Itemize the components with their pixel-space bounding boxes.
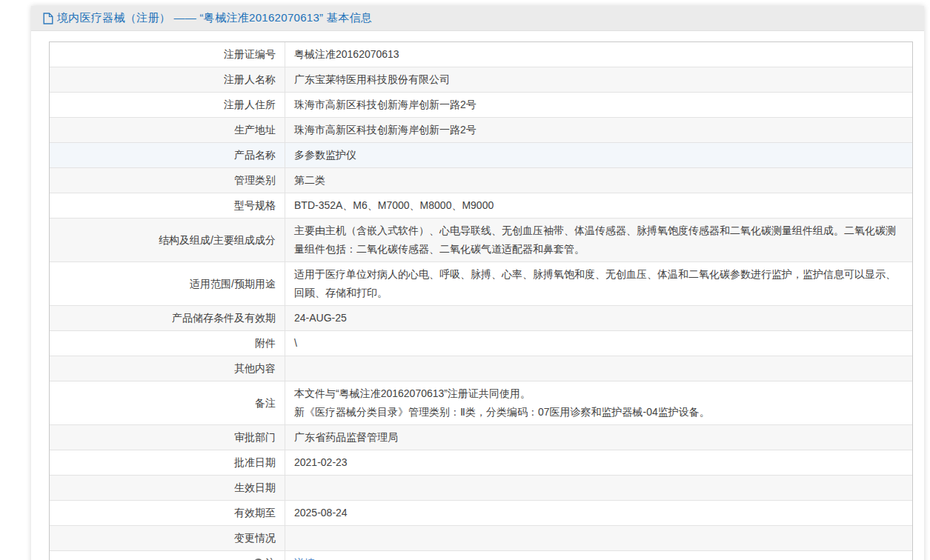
table-row: 适用范围/预期用途适用于医疗单位对病人的心电、呼吸、脉搏、心率、脉搏氧饱和度、无… — [50, 262, 912, 306]
row-value-text: 广东省药品监督管理局 — [294, 428, 903, 447]
table-row: 审批部门广东省药品监督管理局 — [50, 425, 912, 450]
content-panel: 境内医疗器械（注册） —— “粤械注准20162070613” 基本信息 注册证… — [31, 6, 924, 560]
row-value: \ — [285, 331, 912, 356]
row-value: 本文件与“粤械注准20162070613”注册证共同使用。新《医疗器械分类目录》… — [285, 381, 912, 424]
table-row: 变更情况 — [50, 526, 912, 551]
row-value-text: 多参数监护仪 — [294, 146, 903, 164]
row-label: 附件 — [50, 331, 285, 356]
row-value-text: 粤械注准20162070613 — [294, 45, 903, 64]
table-row: 注册证编号粤械注准20162070613 — [50, 42, 912, 67]
row-label: 其他内容 — [50, 356, 285, 381]
row-label-text: 管理类别 — [234, 171, 276, 190]
row-value-line: 新《医疗器械分类目录》管理类别：Ⅱ类，分类编码：07医用诊察和监护器械-04监护… — [294, 403, 903, 421]
table-row: 产品储存条件及有效期24-AUG-25 — [50, 306, 912, 331]
row-label: 结构及组成/主要组成成分 — [50, 219, 285, 261]
row-label: 管理类别 — [50, 168, 285, 193]
row-value: 24-AUG-25 — [285, 306, 912, 330]
row-label-text: 产品储存条件及有效期 — [172, 309, 276, 327]
page-title: 境内医疗器械（注册） —— “粤械注准20162070613” 基本信息 — [57, 11, 372, 25]
row-label-text: 批准日期 — [234, 453, 276, 472]
table-row: 有效期至2025-08-24 — [50, 501, 912, 526]
row-label-text: 生产地址 — [234, 121, 276, 139]
row-label-text: 注册人名称 — [224, 70, 276, 89]
row-value: 第二类 — [285, 168, 912, 193]
row-value: 珠海市高新区科技创新海岸创新一路2号 — [285, 93, 912, 117]
row-label-text: 备注 — [255, 394, 276, 413]
row-label-text: 产品名称 — [234, 146, 276, 164]
row-label: 注册人名称 — [50, 67, 285, 92]
row-label: 注册人住所 — [50, 93, 285, 117]
table-row: 备注本文件与“粤械注准20162070613”注册证共同使用。新《医疗器械分类目… — [50, 381, 912, 425]
row-label-text: 适用范围/预期用途 — [190, 275, 276, 293]
table-row: 型号规格BTD-352A、M6、M7000、M8000、M9000 — [50, 193, 912, 219]
row-label-text: 变更情况 — [234, 529, 276, 547]
row-label-text: 注册证编号 — [224, 45, 276, 64]
table-row: 附件\ — [50, 331, 912, 356]
row-value-text: 广东宝莱特医用科技股份有限公司 — [294, 70, 903, 89]
row-label-text: 附件 — [255, 334, 276, 353]
row-label: 注册证编号 — [50, 42, 285, 67]
table-row: 生产地址珠海市高新区科技创新海岸创新一路2号 — [50, 118, 912, 143]
row-value: 2021-02-23 — [285, 450, 912, 475]
table-row: 其他内容 — [50, 356, 912, 381]
row-value: 2025-08-24 — [285, 501, 912, 525]
table-row: 批准日期2021-02-23 — [50, 450, 912, 476]
row-value: 珠海市高新区科技创新海岸创新一路2号 — [285, 118, 912, 142]
row-value-text: 适用于医疗单位对病人的心电、呼吸、脉搏、心率、脉搏氧饱和度、无创血压、体温和二氧… — [294, 265, 903, 302]
row-value-text: 珠海市高新区科技创新海岸创新一路2号 — [294, 96, 903, 114]
row-value: BTD-352A、M6、M7000、M8000、M9000 — [285, 193, 912, 218]
row-value: 适用于医疗单位对病人的心电、呼吸、脉搏、心率、脉搏氧饱和度、无创血压、体温和二氧… — [285, 262, 912, 305]
row-value: 广东省药品监督管理局 — [285, 425, 912, 450]
page-header: 境内医疗器械（注册） —— “粤械注准20162070613” 基本信息 — [31, 6, 924, 31]
table-row: 注册人名称广东宝莱特医用科技股份有限公司 — [50, 67, 912, 93]
row-label: 注 — [50, 551, 285, 560]
row-value-text: 2021-02-23 — [294, 453, 903, 472]
row-label: 备注 — [50, 381, 285, 424]
table-row: 产品名称多参数监护仪 — [50, 143, 912, 168]
row-label: 变更情况 — [50, 526, 285, 550]
row-label: 审批部门 — [50, 425, 285, 450]
table-row: 注详情 — [50, 551, 912, 560]
row-value-text: BTD-352A、M6、M7000、M8000、M9000 — [294, 196, 903, 215]
row-value-text: 2025-08-24 — [294, 504, 903, 522]
row-label-text: 审批部门 — [234, 428, 276, 447]
row-label: 有效期至 — [50, 501, 285, 525]
row-value: 主要由主机（含嵌入式软件）、心电导联线、无创血压袖带、体温传感器、脉搏氧饱度传感… — [285, 219, 912, 261]
row-value-text: 主要由主机（含嵌入式软件）、心电导联线、无创血压袖带、体温传感器、脉搏氧饱度传感… — [294, 221, 903, 259]
row-value — [285, 476, 912, 500]
row-label-text: 型号规格 — [234, 196, 276, 215]
row-label: 适用范围/预期用途 — [50, 262, 285, 305]
row-label-text: 注册人住所 — [224, 96, 276, 114]
row-value-text: 24-AUG-25 — [294, 309, 903, 327]
row-label: 生效日期 — [50, 476, 285, 500]
row-value — [285, 356, 912, 381]
detail-link[interactable]: 详情 — [294, 554, 315, 560]
row-label-text: 其他内容 — [234, 359, 276, 378]
row-value-text: 第二类 — [294, 171, 903, 190]
row-label: 产品储存条件及有效期 — [50, 306, 285, 330]
registration-info-table: 注册证编号粤械注准20162070613注册人名称广东宝莱特医用科技股份有限公司… — [49, 41, 913, 560]
row-value: 多参数监护仪 — [285, 143, 912, 167]
table-row: 管理类别第二类 — [50, 168, 912, 193]
row-value-text: \ — [294, 334, 903, 353]
row-label: 产品名称 — [50, 143, 285, 167]
row-label-text: 注 — [265, 554, 276, 560]
row-value-line: 本文件与“粤械注准20162070613”注册证共同使用。 — [294, 384, 903, 403]
row-label: 批准日期 — [50, 450, 285, 475]
row-value: 详情 — [285, 551, 912, 560]
row-value: 粤械注准20162070613 — [285, 42, 912, 67]
table-row: 注册人住所珠海市高新区科技创新海岸创新一路2号 — [50, 93, 912, 118]
table-row: 结构及组成/主要组成成分主要由主机（含嵌入式软件）、心电导联线、无创血压袖带、体… — [50, 219, 912, 262]
table-row: 生效日期 — [50, 476, 912, 501]
row-value-text: 珠海市高新区科技创新海岸创新一路2号 — [294, 121, 903, 139]
row-label-text: 生效日期 — [234, 479, 276, 497]
row-label-text: 结构及组成/主要组成成分 — [159, 231, 276, 250]
document-icon — [43, 13, 53, 24]
row-label: 生产地址 — [50, 118, 285, 142]
row-value: 广东宝莱特医用科技股份有限公司 — [285, 67, 912, 92]
row-value — [285, 526, 912, 550]
row-label: 型号规格 — [50, 193, 285, 218]
row-label-text: 有效期至 — [234, 504, 276, 522]
